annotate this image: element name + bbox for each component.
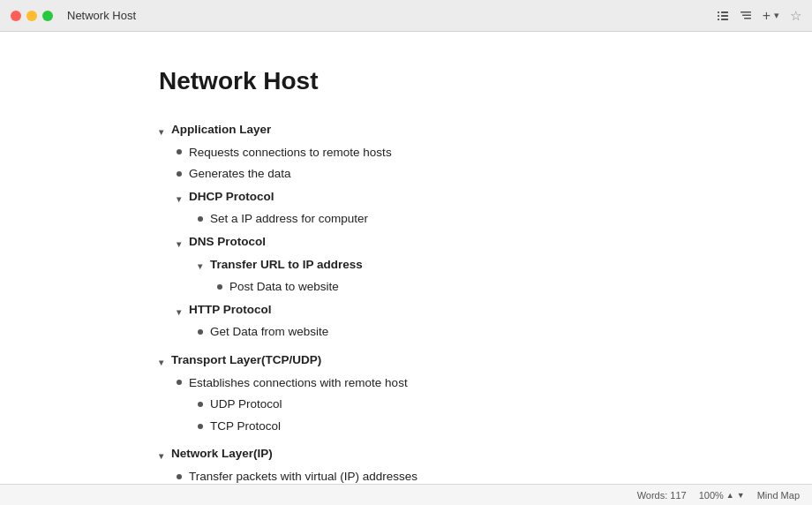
network-layer-children: Transfer packets with virtual (IP) addre…: [159, 467, 759, 484]
chevron-icon: ▾: [177, 305, 185, 314]
item-label: Set a IP address for computer: [210, 209, 368, 229]
bullet-icon: [198, 402, 203, 407]
svg-rect-0: [718, 11, 719, 13]
subsection-label: Transfer URL to IP address: [210, 255, 363, 275]
chevron-icon: ▾: [159, 356, 168, 365]
list-item: UDP Protocol: [159, 395, 759, 414]
section-label: Transport Layer(TCP/UDP): [171, 350, 321, 370]
svg-rect-8: [744, 18, 751, 19]
list-item: Post Data to website: [159, 277, 759, 297]
list-item: Requests connections to remote hosts: [159, 143, 759, 162]
outline-list: ▾ Application Layer Requests connections…: [159, 120, 759, 484]
bullet-icon: [217, 284, 222, 290]
window-title: Network Host: [67, 9, 136, 22]
titlebar-right: +▾ ☆: [717, 8, 801, 24]
list-view-icon[interactable]: [717, 10, 729, 22]
list-item: Set a IP address for computer: [159, 209, 759, 229]
item-label: TCP Protocol: [210, 417, 281, 436]
bullet-icon: [177, 171, 182, 177]
zoom-down-icon: ▼: [737, 491, 745, 500]
subsection-dns: ▾ DNS Protocol ▾ Transfer URL to IP addr…: [159, 232, 759, 297]
titlebar: Network Host +▾ ☆: [0, 0, 812, 32]
subsection-label: DHCP Protocol: [189, 187, 274, 207]
word-count: Words: 117: [637, 490, 687, 501]
section-header-transport-layer[interactable]: ▾ Transport Layer(TCP/UDP): [159, 350, 759, 370]
chevron-icon: ▾: [177, 192, 185, 201]
dhcp-children: Set a IP address for computer: [159, 209, 759, 229]
dns-children: ▾ Transfer URL to IP address Post Data t…: [159, 255, 759, 297]
svg-rect-6: [741, 11, 751, 13]
titlebar-left: Network Host: [11, 9, 136, 22]
subsection-header-dns[interactable]: ▾ DNS Protocol: [159, 232, 759, 252]
add-icon[interactable]: +▾: [763, 8, 779, 24]
svg-rect-2: [718, 15, 719, 17]
minimize-button[interactable]: [26, 11, 37, 21]
mindmap-button[interactable]: Mind Map: [757, 490, 800, 501]
list-item: Generates the data: [159, 164, 759, 184]
outline-icon[interactable]: [740, 10, 752, 22]
section-network-layer: ▾ Network Layer(IP) Transfer packets wit…: [159, 444, 759, 484]
svg-rect-3: [721, 15, 728, 17]
chevron-icon: ▾: [177, 237, 185, 246]
traffic-lights: [11, 11, 53, 21]
transfer-url-children: Post Data to website: [159, 277, 759, 297]
zoom-up-icon: ▲: [726, 491, 734, 500]
statusbar: Words: 117 100% ▲ ▼ Mind Map: [0, 484, 812, 505]
maximize-button[interactable]: [42, 11, 53, 21]
subsection-dhcp: ▾ DHCP Protocol Set a IP address for com…: [159, 187, 759, 229]
subsection-header-http[interactable]: ▾ HTTP Protocol: [159, 300, 759, 320]
svg-rect-7: [742, 14, 751, 16]
http-children: Get Data from website: [159, 322, 759, 342]
transport-layer-children: Establishes connections with remote host…: [159, 373, 759, 436]
zoom-level[interactable]: 100% ▲ ▼: [699, 490, 745, 501]
application-layer-children: Requests connections to remote hosts Gen…: [159, 143, 759, 342]
chevron-icon: ▾: [159, 449, 168, 458]
subsection-transfer-url: ▾ Transfer URL to IP address Post Data t…: [159, 255, 759, 297]
zoom-value: 100%: [699, 490, 724, 501]
document-title: Network Host: [159, 67, 759, 95]
section-label: Application Layer: [171, 120, 271, 139]
svg-rect-4: [718, 19, 719, 20]
subsection-header-transfer-url[interactable]: ▾ Transfer URL to IP address: [159, 255, 759, 275]
svg-rect-1: [721, 11, 728, 13]
close-button[interactable]: [11, 11, 21, 21]
item-label: Transfer packets with virtual (IP) addre…: [189, 467, 417, 484]
bullet-icon: [177, 149, 182, 155]
section-header-network-layer[interactable]: ▾ Network Layer(IP): [159, 444, 759, 464]
subsection-http: ▾ HTTP Protocol Get Data from website: [159, 300, 759, 342]
section-application-layer: ▾ Application Layer Requests connections…: [159, 120, 759, 342]
list-item: Establishes connections with remote host: [159, 373, 759, 393]
item-label: UDP Protocol: [210, 395, 282, 414]
subsection-header-dhcp[interactable]: ▾ DHCP Protocol: [159, 187, 759, 207]
item-label: Establishes connections with remote host: [189, 373, 408, 393]
chevron-icon: ▾: [198, 260, 207, 268]
section-label: Network Layer(IP): [171, 444, 273, 464]
item-label: Generates the data: [189, 164, 291, 184]
item-label: Requests connections to remote hosts: [189, 143, 392, 162]
chevron-icon: ▾: [159, 125, 168, 134]
star-icon[interactable]: ☆: [790, 8, 801, 24]
bullet-icon: [198, 216, 203, 222]
item-label: Post Data to website: [229, 277, 339, 297]
bullet-icon: [198, 329, 203, 335]
section-header-application-layer[interactable]: ▾ Application Layer: [159, 120, 759, 139]
bullet-icon: [177, 380, 182, 385]
section-transport-layer: ▾ Transport Layer(TCP/UDP) Establishes c…: [159, 350, 759, 435]
subsection-label: DNS Protocol: [189, 232, 266, 252]
bullet-icon: [177, 474, 182, 479]
svg-rect-5: [721, 19, 728, 20]
item-label: Get Data from website: [210, 322, 328, 342]
list-item: Transfer packets with virtual (IP) addre…: [159, 467, 759, 484]
bullet-icon: [198, 424, 203, 429]
list-item: TCP Protocol: [159, 417, 759, 436]
document-area: Network Host ▾ Application Layer Request…: [0, 32, 812, 484]
subsection-label: HTTP Protocol: [189, 300, 272, 320]
list-item: Get Data from website: [159, 322, 759, 342]
